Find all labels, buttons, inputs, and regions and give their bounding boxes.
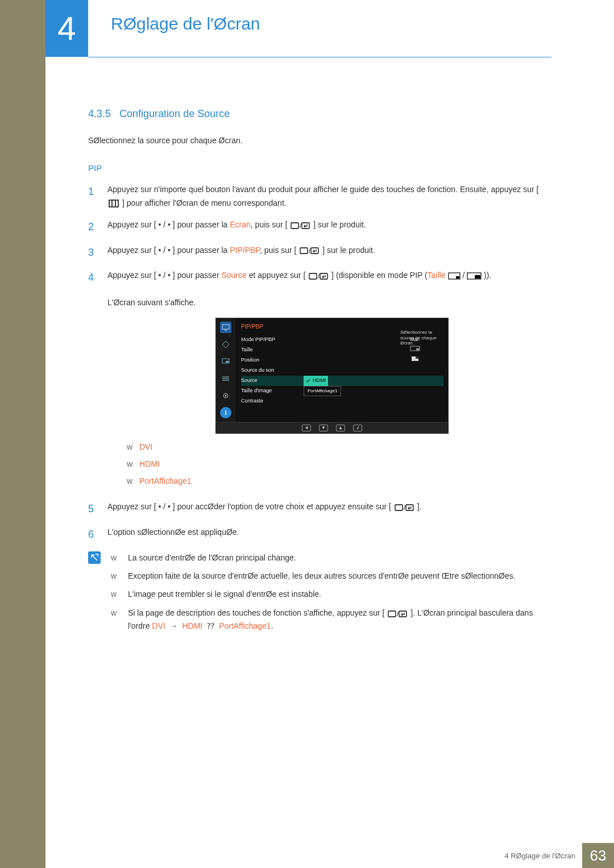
svg-rect-0 bbox=[109, 200, 118, 207]
page-footer: 4 RØglage de l'Øcran 63 bbox=[504, 843, 614, 868]
section-number: 4.3.5 bbox=[88, 108, 111, 119]
svg-rect-3 bbox=[291, 223, 298, 229]
osd-screenshot: i PIP/PBP Mode PIP/PBPMar. Taille Positi… bbox=[215, 318, 551, 434]
bullet: w bbox=[111, 588, 128, 600]
step-body: Appuyez sur [ • / • ] pour passer la PIP… bbox=[107, 244, 551, 261]
step-body: Appuyez sur n'importe quel bouton l'avan… bbox=[107, 183, 551, 210]
step-number: 6 bbox=[88, 526, 107, 543]
value bbox=[387, 346, 443, 354]
source-dp1: wPortAffichage1 bbox=[127, 475, 551, 488]
label: Source bbox=[241, 376, 304, 385]
text: ] pour afficher l'Øcran de menu correspo… bbox=[122, 198, 287, 207]
note-2: wException faite de la source d'entrØe a… bbox=[111, 570, 551, 582]
resize-icon bbox=[220, 339, 231, 350]
note-icon bbox=[88, 551, 101, 564]
text: et appuyez sur [ bbox=[247, 271, 306, 280]
osd-left-icon: ◄ bbox=[302, 425, 311, 431]
text: La source d'entrØe de l'Øcran principal … bbox=[128, 551, 296, 564]
page-content: 4.3.5 Configuration de Source SØlectionn… bbox=[88, 108, 551, 638]
osd-up-icon: ▲ bbox=[336, 425, 345, 431]
step-body: Appuyez sur [ • / • ] pour passer la Ecr… bbox=[107, 218, 551, 236]
title-rule bbox=[88, 57, 551, 57]
svg-rect-28 bbox=[416, 356, 418, 359]
note-4: w Si la page de description des touches … bbox=[111, 607, 551, 633]
bullet: w bbox=[111, 607, 128, 633]
text: Si la page de description des touches de… bbox=[128, 608, 384, 617]
text: ] (disponible en mode PIP ( bbox=[331, 271, 428, 280]
osd-row-contrast: Contraste bbox=[241, 396, 443, 406]
footer-text: 4 RØglage de l'Øcran bbox=[504, 852, 575, 860]
osd-sidebar: i bbox=[216, 318, 235, 422]
osd-row-imgsize: Taille d'imagePortAffichage1 bbox=[241, 386, 443, 396]
step-1: 1 Appuyez sur n'importe quel bouton l'av… bbox=[88, 183, 551, 210]
step-2: 2 Appuyez sur [ • / • ] pour passer la E… bbox=[88, 218, 551, 236]
svg-rect-5 bbox=[302, 223, 309, 229]
value: HDMI bbox=[313, 376, 326, 385]
osd-row-source: SourceHDMI bbox=[241, 376, 443, 386]
value bbox=[387, 356, 443, 364]
svg-rect-26 bbox=[416, 348, 419, 350]
bullet: w bbox=[127, 458, 139, 471]
highlight: Ecran bbox=[230, 220, 251, 229]
steps-list: 1 Appuyez sur n'importe quel bouton l'av… bbox=[88, 183, 551, 543]
step-number: 4 bbox=[88, 269, 107, 492]
footer-page-number: 63 bbox=[582, 843, 614, 868]
step-6: 6 L'option sØlectionnØe est appliquØe. bbox=[88, 526, 551, 543]
bullet: w bbox=[111, 551, 128, 564]
gear-icon bbox=[220, 390, 231, 401]
text: , puis sur [ bbox=[260, 246, 297, 255]
section-heading: 4.3.5 Configuration de Source bbox=[88, 108, 551, 120]
step-number: 3 bbox=[88, 244, 107, 261]
highlight: Source bbox=[221, 271, 246, 280]
svg-rect-16 bbox=[222, 325, 229, 329]
svg-rect-15 bbox=[475, 275, 480, 279]
label: Taille d'image bbox=[241, 387, 304, 395]
label: Source du son bbox=[241, 366, 304, 375]
src-label: HDMI bbox=[139, 459, 160, 468]
chapter-title: RØglage de l'Øcran bbox=[111, 14, 260, 34]
section-title: Configuration de Source bbox=[119, 108, 230, 119]
select-enter-icon: / bbox=[291, 218, 310, 232]
arrow-icon: → bbox=[170, 620, 178, 632]
list-icon bbox=[220, 373, 231, 384]
text: Exception faite de la source d'entrØe ac… bbox=[128, 570, 516, 582]
text: ]. bbox=[417, 502, 422, 511]
text: ] sur le produit. bbox=[313, 220, 366, 229]
label: Contraste bbox=[241, 397, 304, 405]
menu-icon bbox=[109, 197, 119, 210]
svg-rect-31 bbox=[406, 505, 413, 510]
step-number: 5 bbox=[88, 500, 107, 518]
osd-description: SØlectionnez la source de chaque Øcran. bbox=[400, 330, 443, 346]
osd-bottom-bar: ◄ ▼ ▲ ↲ bbox=[215, 422, 449, 434]
source-hdmi: wHDMI bbox=[127, 458, 551, 471]
select-enter-icon: / bbox=[300, 244, 319, 258]
bullet: w bbox=[111, 570, 128, 582]
chapter-number-tab: 4 bbox=[45, 0, 88, 57]
osd-enter-icon: ↲ bbox=[353, 425, 362, 431]
text: L'image peut trembler si le signal d'ent… bbox=[128, 588, 321, 600]
label: Mode PIP/PBP bbox=[241, 335, 304, 344]
svg-rect-9 bbox=[309, 273, 317, 279]
text: )). bbox=[484, 271, 491, 280]
text: Appuyez sur [ • / • ] pour accØder l'opt… bbox=[107, 502, 391, 511]
text: L'Øcran suivant s'affiche. bbox=[107, 298, 196, 307]
highlight: Taille bbox=[428, 271, 446, 280]
svg-rect-32 bbox=[388, 611, 396, 617]
svg-rect-34 bbox=[399, 611, 406, 617]
bullet: w bbox=[127, 475, 139, 488]
highlight: DVI bbox=[152, 621, 165, 630]
section-intro: SØlectionnez la source pour chaque Øcran… bbox=[88, 136, 551, 145]
osd-down-icon: ▼ bbox=[319, 425, 328, 431]
highlight: PortAffichage1 bbox=[219, 621, 271, 630]
value: PortAffichage1 bbox=[304, 386, 341, 396]
svg-point-24 bbox=[225, 394, 227, 396]
note-list: wLa source d'entrØe de l'Øcran principal… bbox=[111, 551, 551, 638]
highlight: PIP/PBP bbox=[230, 246, 260, 255]
src-label: DVI bbox=[139, 442, 152, 451]
bullet: w bbox=[127, 441, 139, 454]
step-number: 2 bbox=[88, 218, 107, 236]
osd-row-sound: Source du son bbox=[241, 366, 443, 376]
pip-icon bbox=[220, 356, 231, 367]
text: . bbox=[271, 621, 273, 630]
monitor-icon bbox=[220, 322, 231, 333]
